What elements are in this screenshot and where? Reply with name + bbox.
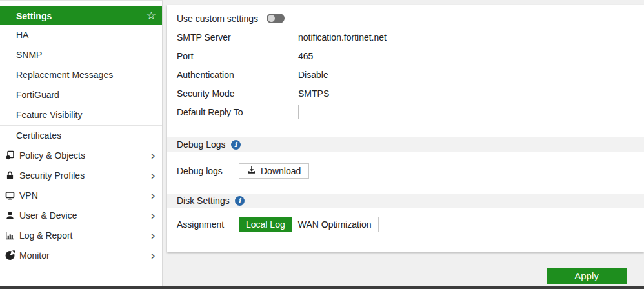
sidebar-item-user-device-label: User & Device bbox=[19, 210, 77, 221]
download-icon bbox=[247, 166, 256, 177]
chevron-right-icon: › bbox=[150, 229, 156, 242]
chevron-right-icon: › bbox=[150, 189, 156, 202]
security-mode-label: Security Mode bbox=[177, 88, 298, 99]
sidebar-item-feature-visibility-label: Feature Visibility bbox=[16, 110, 82, 120]
default-reply-to-input[interactable] bbox=[298, 105, 479, 119]
sidebar-item-monitor-label: Monitor bbox=[19, 250, 50, 261]
policy-objects-icon bbox=[5, 150, 15, 161]
monitor-icon bbox=[5, 190, 15, 201]
toggle-knob bbox=[268, 15, 275, 22]
port-value: 465 bbox=[298, 51, 313, 61]
email-service-settings-panel: Use custom settings SMTP Server notifica… bbox=[167, 5, 644, 252]
chevron-right-icon: › bbox=[150, 169, 156, 182]
sidebar-item-fortiguard-label: FortiGuard bbox=[16, 90, 59, 100]
port-label: Port bbox=[177, 51, 298, 61]
sidebar-item-feature-visibility[interactable]: Feature Visibility bbox=[0, 105, 162, 125]
sidebar-item-certificates-label: Certificates bbox=[16, 130, 61, 141]
assignment-option-wan-optimization[interactable]: WAN Optimization bbox=[292, 217, 378, 232]
smtp-server-row: SMTP Server notification.fortinet.net bbox=[167, 28, 644, 46]
default-reply-to-label: Default Reply To bbox=[177, 107, 298, 117]
disk-settings-section-title: Disk Settings bbox=[177, 195, 230, 206]
sidebar-item-settings[interactable]: Settings ☆ bbox=[0, 6, 162, 25]
assignment-segmented-control: Local Log WAN Optimization bbox=[239, 217, 379, 232]
fortigate-settings-screen: Settings ☆ HA SNMP Replacement Messages … bbox=[0, 0, 644, 289]
assignment-label: Assignment bbox=[177, 219, 239, 230]
sidebar-item-fortiguard[interactable]: FortiGuard bbox=[0, 85, 162, 105]
sidebar-item-vpn-label: VPN bbox=[19, 190, 38, 201]
disk-settings-section-header: Disk Settings i bbox=[167, 194, 644, 208]
download-button[interactable]: Download bbox=[239, 163, 309, 179]
chevron-right-icon: › bbox=[150, 209, 156, 222]
sidebar-item-security-profiles-label: Security Profiles bbox=[19, 170, 85, 181]
debug-logs-row: Debug logs Download bbox=[167, 163, 644, 179]
sidebar-item-replacement-messages[interactable]: Replacement Messages bbox=[0, 65, 162, 85]
sidebar: Settings ☆ HA SNMP Replacement Messages … bbox=[0, 0, 163, 286]
sidebar-item-policy-objects-label: Policy & Objects bbox=[19, 150, 85, 161]
port-row: Port 465 bbox=[167, 46, 644, 65]
sidebar-item-snmp-label: SNMP bbox=[16, 50, 42, 60]
authentication-label: Authentication bbox=[177, 70, 298, 80]
info-icon[interactable]: i bbox=[235, 196, 245, 206]
sidebar-item-log-report[interactable]: Log & Report › bbox=[0, 225, 162, 245]
sidebar-item-policy-objects[interactable]: Policy & Objects › bbox=[0, 145, 162, 165]
debug-logs-label: Debug logs bbox=[177, 166, 239, 176]
info-icon[interactable]: i bbox=[231, 140, 241, 150]
authentication-row: Authentication Disable bbox=[167, 65, 644, 84]
favorite-star-icon[interactable]: ☆ bbox=[146, 10, 156, 21]
bar-chart-icon bbox=[5, 230, 15, 241]
sidebar-item-snmp[interactable]: SNMP bbox=[0, 45, 162, 65]
lock-icon bbox=[5, 170, 15, 181]
bottom-edge-bar bbox=[0, 286, 644, 289]
sidebar-item-monitor[interactable]: Monitor › bbox=[0, 245, 162, 265]
use-custom-settings-label: Use custom settings bbox=[177, 14, 258, 24]
download-button-label: Download bbox=[261, 166, 301, 176]
default-reply-to-row: Default Reply To bbox=[167, 103, 644, 121]
sidebar-item-log-report-label: Log & Report bbox=[19, 230, 73, 241]
use-custom-settings-row: Use custom settings bbox=[167, 9, 644, 28]
sidebar-item-vpn[interactable]: VPN › bbox=[0, 185, 162, 205]
pie-chart-icon bbox=[5, 250, 15, 261]
assignment-option-local-log[interactable]: Local Log bbox=[239, 217, 292, 232]
sidebar-item-certificates[interactable]: Certificates bbox=[0, 125, 162, 145]
smtp-server-label: SMTP Server bbox=[177, 32, 298, 43]
sidebar-item-ha-label: HA bbox=[16, 30, 28, 40]
use-custom-settings-toggle[interactable] bbox=[267, 14, 285, 23]
sidebar-item-security-profiles[interactable]: Security Profiles › bbox=[0, 165, 162, 185]
smtp-server-value: notification.fortinet.net bbox=[298, 32, 387, 43]
chevron-right-icon: › bbox=[150, 149, 156, 162]
apply-button[interactable]: Apply bbox=[547, 268, 627, 284]
security-mode-value: SMTPS bbox=[298, 88, 329, 99]
assignment-row: Assignment Local Log WAN Optimization bbox=[167, 217, 644, 232]
sidebar-item-user-device[interactable]: User & Device › bbox=[0, 205, 162, 225]
security-mode-row: Security Mode SMTPS bbox=[167, 84, 644, 103]
debug-logs-section-header: Debug Logs i bbox=[167, 137, 644, 152]
sidebar-item-replacement-messages-label: Replacement Messages bbox=[16, 70, 113, 80]
sidebar-item-ha[interactable]: HA bbox=[0, 25, 162, 45]
authentication-value: Disable bbox=[298, 70, 328, 80]
sidebar-item-settings-label: Settings bbox=[16, 11, 52, 21]
chevron-right-icon: › bbox=[150, 249, 156, 262]
user-icon bbox=[5, 210, 15, 221]
debug-logs-section-title: Debug Logs bbox=[177, 139, 226, 150]
